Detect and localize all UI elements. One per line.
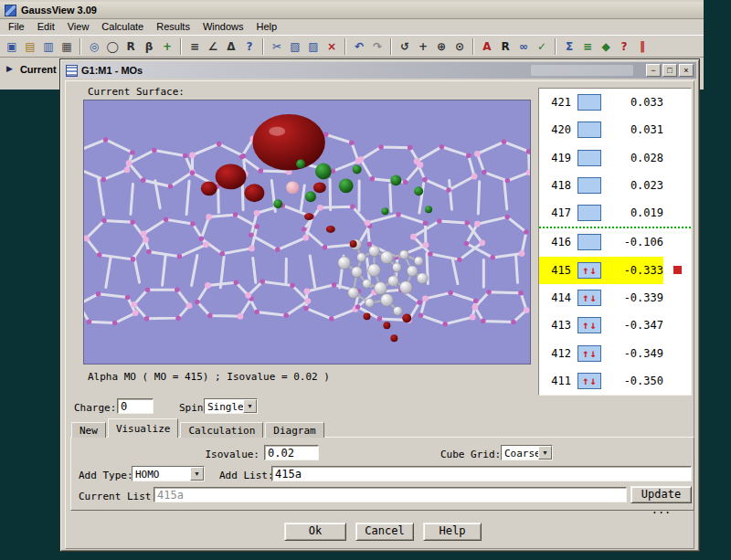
menu-results[interactable]: Results bbox=[150, 20, 196, 34]
mo-row-gutter bbox=[663, 116, 691, 143]
ring-fragment-icon[interactable]: ◯ bbox=[103, 37, 122, 55]
mo-occupancy-box[interactable]: ↑↓ bbox=[577, 290, 601, 306]
main-titlebar[interactable]: GaussView 3.09 bbox=[0, 2, 704, 19]
menu-view[interactable]: View bbox=[61, 20, 96, 34]
custom-fragment-icon[interactable]: + bbox=[158, 37, 176, 55]
delete-atom-icon[interactable]: × bbox=[323, 37, 341, 55]
open-file-icon[interactable]: ▤ bbox=[21, 37, 39, 55]
print-icon[interactable]: ▦ bbox=[58, 37, 76, 55]
mo-row-419[interactable]: 4190.028 bbox=[539, 144, 691, 172]
menu-windows[interactable]: Windows bbox=[196, 20, 250, 34]
spin-up-arrow-icon: ↑ bbox=[582, 265, 588, 276]
mo-occupancy-box[interactable] bbox=[577, 150, 601, 166]
menu-calculate[interactable]: Calculate bbox=[95, 20, 150, 34]
add-type-dropdown[interactable]: HOMO ▼ bbox=[132, 466, 205, 481]
current-list-label: Current List: bbox=[79, 491, 157, 502]
mo-occupancy-box[interactable]: ↑↓ bbox=[577, 373, 601, 389]
mo-row-414[interactable]: 414↑↓-0.339 bbox=[539, 284, 691, 312]
cube-grid-dropdown[interactable]: Coarse ▼ bbox=[501, 445, 553, 460]
spin-up-arrow-icon: ↑ bbox=[582, 292, 588, 303]
tab-new[interactable]: New bbox=[71, 422, 106, 438]
center-view-icon[interactable]: ⊙ bbox=[450, 37, 469, 55]
menu-file[interactable]: File bbox=[2, 20, 31, 34]
ok-button[interactable]: Ok bbox=[284, 523, 346, 541]
zoom-view-icon[interactable]: ⊕ bbox=[432, 37, 450, 55]
cut-icon[interactable]: ✂ bbox=[268, 37, 286, 55]
dialog-icon bbox=[66, 65, 78, 77]
mo-row-413[interactable]: 413↑↓-0.347 bbox=[539, 312, 691, 339]
mo-number: 412 bbox=[546, 347, 571, 360]
mo-occupancy-box[interactable] bbox=[577, 234, 601, 250]
spin-dropdown[interactable]: Singlet ▼ bbox=[204, 398, 258, 414]
mo-row-416[interactable]: 416-0.106 bbox=[539, 228, 691, 256]
molecule-viewport[interactable] bbox=[83, 100, 531, 365]
mo-row-gutter bbox=[663, 284, 691, 312]
clean-structure-icon[interactable]: ✓ bbox=[533, 37, 551, 55]
link-tool-icon[interactable]: ∞ bbox=[514, 37, 533, 55]
add-text-icon[interactable]: A bbox=[478, 37, 496, 55]
mo-occupancy-box[interactable]: ↑↓ bbox=[577, 262, 601, 279]
current-list-input[interactable] bbox=[154, 487, 627, 502]
bond-tool-icon[interactable]: ≡ bbox=[185, 37, 204, 55]
tab-calculation[interactable]: Calculation bbox=[180, 422, 263, 438]
isovalue-input[interactable] bbox=[264, 445, 319, 460]
desktop: GaussView 3.09 FileEditViewCalculateResu… bbox=[0, 0, 731, 560]
mo-row-gutter bbox=[663, 312, 691, 339]
paste-icon[interactable]: ▨ bbox=[304, 37, 323, 55]
add-label-icon[interactable]: R bbox=[496, 37, 514, 55]
dialog-titlebar[interactable]: G1:M1 - MOs − □ × bbox=[63, 62, 696, 79]
mo-row-411[interactable]: 411↑↓-0.350 bbox=[539, 367, 691, 395]
translate-view-icon[interactable]: + bbox=[414, 37, 432, 55]
add-list-input[interactable] bbox=[271, 466, 692, 481]
dihedral-tool-icon[interactable]: Δ bbox=[222, 37, 240, 55]
minimize-button[interactable]: − bbox=[646, 64, 661, 77]
element-fragment-icon[interactable]: ◎ bbox=[85, 37, 103, 55]
mo-occupancy-box[interactable] bbox=[577, 94, 601, 111]
mo-occupancy-box[interactable] bbox=[577, 177, 601, 194]
save-file-icon[interactable]: ▥ bbox=[39, 37, 58, 55]
mo-row-412[interactable]: 412↑↓-0.349 bbox=[539, 339, 691, 366]
dropdown-arrow-icon[interactable]: ▼ bbox=[243, 399, 257, 413]
new-model-icon[interactable]: ▣ bbox=[3, 37, 21, 55]
tab-diagram[interactable]: Diagram bbox=[265, 422, 323, 438]
mo-row-421[interactable]: 4210.033 bbox=[539, 89, 691, 116]
menu-help[interactable]: Help bbox=[250, 20, 284, 34]
stop-tool-icon[interactable]: ‖ bbox=[633, 37, 652, 55]
charge-input[interactable] bbox=[117, 398, 154, 414]
menu-edit[interactable]: Edit bbox=[31, 20, 61, 34]
mo-list[interactable]: 4210.0334200.0314190.0284180.0234170.019… bbox=[538, 88, 692, 396]
mo-number: 419 bbox=[546, 152, 571, 164]
mo-occupancy-box[interactable] bbox=[577, 205, 601, 221]
mo-energy: -0.350 bbox=[608, 375, 663, 387]
maximize-button[interactable]: □ bbox=[662, 64, 677, 77]
rgroup-fragment-icon[interactable]: R bbox=[122, 37, 140, 55]
close-button[interactable]: × bbox=[679, 64, 694, 77]
mo-row-420[interactable]: 4200.031 bbox=[539, 116, 691, 143]
redo-icon[interactable]: ↷ bbox=[368, 37, 387, 55]
calculate-setup-icon[interactable]: Σ bbox=[560, 37, 578, 55]
dropdown-arrow-icon[interactable]: ▼ bbox=[190, 467, 204, 481]
update-button[interactable]: Update ... bbox=[630, 486, 692, 503]
rotate-view-icon[interactable]: ↺ bbox=[396, 37, 414, 55]
undo-icon[interactable]: ↶ bbox=[350, 37, 368, 55]
dropdown-arrow-icon[interactable]: ▼ bbox=[538, 446, 552, 460]
mo-row-418[interactable]: 4180.023 bbox=[539, 172, 691, 199]
mo-number: 414 bbox=[546, 291, 571, 304]
energy-levels-icon[interactable]: ≡ bbox=[578, 37, 597, 55]
biological-fragment-icon[interactable]: β bbox=[140, 37, 158, 55]
angle-tool-icon[interactable]: ∠ bbox=[204, 37, 222, 55]
help-button[interactable]: Help bbox=[423, 523, 482, 541]
cancel-button[interactable]: Cancel bbox=[355, 523, 414, 541]
expander-icon[interactable]: ▶ bbox=[6, 64, 13, 73]
mo-occupancy-box[interactable]: ↑↓ bbox=[577, 345, 601, 362]
toolbar: ▣▤▥▦◎◯Rβ+≡∠Δ?✂▧▨×↶↷↺+⊕⊙AR∞✓Σ≡◆?‖ bbox=[0, 35, 704, 58]
mo-row-417[interactable]: 4170.019 bbox=[539, 199, 691, 228]
help-tool-icon[interactable]: ? bbox=[615, 37, 633, 55]
mo-occupancy-box[interactable] bbox=[577, 122, 601, 138]
tab-visualize[interactable]: Visualize bbox=[108, 418, 179, 438]
view-settings-icon[interactable]: ◆ bbox=[597, 37, 615, 55]
inquire-tool-icon[interactable]: ? bbox=[240, 37, 259, 55]
copy-icon[interactable]: ▧ bbox=[286, 37, 304, 55]
mo-occupancy-box[interactable]: ↑↓ bbox=[577, 317, 601, 333]
mo-row-415[interactable]: 415↑↓-0.333 bbox=[539, 257, 691, 284]
